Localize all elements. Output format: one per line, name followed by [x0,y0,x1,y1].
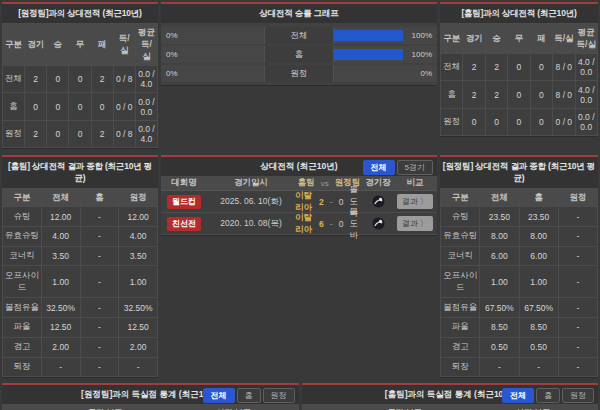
summary-away-table: 구분전체홈원정슈팅23.5023.50-유효슈팅8.008.00-코너킥6.00… [440,188,598,377]
filter-home-button[interactable]: 홈 [237,388,261,403]
stat-cell: 0 / 8 [113,66,135,93]
table-row: 퇴장--- [3,357,158,377]
row-label: 슈팅 [3,207,42,227]
stat-cell: 32.50% [119,298,158,318]
match-analysis-page: [원정팀]과의 상대전적 (최근10년) 구분경기승무패득/실평균 득/실전체2… [0,0,600,410]
stat-cell: 0 [530,81,552,108]
header-row: 구분득점 분포실점 분포 [302,405,598,410]
column-header: 전체 [41,189,80,207]
stat-cell: 6.00 [519,246,558,266]
column-header: 경기 [463,24,485,54]
stat-cell: 32.50% [41,298,80,318]
stat-cell: - [558,266,597,298]
table-row: 파울12.50-12.50 [3,318,158,338]
stat-cell: 2 [485,54,507,81]
table-row: 친선전2020. 10. 08(목)이탈리아6-0몰도바결과 〉 [161,213,437,235]
col-header-league: 대회명 [161,177,207,189]
table-row: 코너킥3.50-3.50 [3,246,158,266]
column-header: 무 [508,24,530,54]
row-label: 전체 [441,54,463,81]
stat-cell: 4.00 [41,226,80,246]
league-cell: 친선전 [161,217,207,231]
header-row: 구분전체홈원정 [441,189,598,207]
stat-cell: 2 [25,120,47,147]
filter-all-button[interactable]: 전체 [363,160,395,175]
filter-away-button[interactable]: 원정 [562,388,594,403]
venue-cell [363,195,393,208]
column-header: 평균 득/실 [135,24,157,66]
stat-cell: 0 [47,66,69,93]
stat-cell: 8.00 [480,226,519,246]
stat-cell: 2 [485,81,507,108]
result-button[interactable]: 결과 〉 [397,194,433,209]
table-row: 원정00000 / 00.0 / 0.0 [441,108,598,135]
column-header: 득/실 [113,24,135,66]
stat-cell: 0 [485,108,507,135]
stat-cell: 67.50% [480,298,519,318]
stat-cell: 3.50 [41,246,80,266]
column-header: 승 [47,24,69,66]
row-label: 유효슈팅 [3,226,42,246]
stat-cell: 1.00 [519,266,558,298]
table-row: 코너킥6.006.00- [441,246,598,266]
stat-cell: 67.50% [519,298,558,318]
summary-home-table: 구분전체홈원정슈팅12.00-12.00유효슈팅4.00-4.00코너킥3.50… [2,188,158,377]
home-winrate-percent: 0% [166,31,178,40]
winrate-graph: 0%전체100%0%홈100%0%원정0% [161,23,437,85]
stat-cell: - [558,298,597,318]
soccer-ball-icon [372,195,385,208]
winrate-row: 0%원정0% [161,65,437,82]
group-header: 득점 분포 [340,405,469,410]
stat-cell: 4.00 [119,226,158,246]
away-winrate-bar [334,30,403,41]
row-label: 홈 [3,93,25,120]
stat-cell: 2 [463,54,485,81]
filter-5games-button[interactable]: 5경기 [397,160,433,175]
header-row: 구분경기승무패득/실평균 득/실 [3,24,158,66]
home-score: 6 [319,219,324,229]
column-header: 구분 [441,24,463,54]
matches-rows: 월드컵2025. 06. 10(화)이탈리아2-0몰도바결과 〉친선전2020.… [161,191,437,235]
table-row: 경고0.500.50- [441,337,598,357]
table-row: 볼점유율32.50%-32.50% [3,298,158,318]
panel-winrate-graph: 상대전적 승률 그래프 0%전체100%0%홈100%0%원정0% [161,2,437,86]
winrate-row-label: 홈 [264,46,334,63]
goal-stats-titlebar: [홈팀]과의 득실점 통계 (최근10년) 전체 홈 원정 [302,385,599,404]
table-row: 홈00000 / 00.0 / 0.0 [3,93,158,120]
home-winrate-percent: 0% [166,50,178,59]
filter-all-button[interactable]: 전체 [502,388,534,403]
row-label: 볼점유율 [441,298,480,318]
col-header-venue: 경기장 [363,177,393,189]
panel-h2h-vs-home: [홈팀]과의 상대전적 (최근10년) 구분경기승무패득/실평균 득/실전체22… [440,2,598,137]
stat-cell: 8.00 [519,226,558,246]
filter-away-button[interactable]: 원정 [263,388,295,403]
row-label: 볼점유율 [3,298,42,318]
stat-cell: 2 [25,66,47,93]
goal-stats-home-table: 구분득점 분포실점 분포012345+012345+전반전-150.0%---1… [302,404,599,410]
home-winrate-track: 0% [161,27,264,44]
column-header: 득/실 [553,24,575,54]
stat-cell: - [558,337,597,357]
stat-cell: 4.0 / 0.0 [575,81,597,108]
table-row: 유효슈팅8.008.00- [441,226,598,246]
row-label: 경고 [3,337,42,357]
stat-cell: 0 / 0 [113,93,135,120]
stat-cell: - [80,357,119,377]
home-winrate-percent: 0% [166,69,178,78]
row-label: 퇴장 [3,357,42,377]
filter-all-button[interactable]: 전체 [203,388,235,403]
panel-title: 상대전적 승률 그래프 [161,4,437,23]
table-row: 전체20020 / 80.0 / 4.0 [3,66,158,93]
filter-home-button[interactable]: 홈 [536,388,560,403]
column-header: 평균 득/실 [575,24,597,54]
home-winrate-track: 0% [161,65,264,82]
away-winrate-bar [334,49,403,60]
panel-goal-stats-vs-home: [홈팀]과의 득실점 통계 (최근10년) 전체 홈 원정 구분득점 분포실점 … [302,383,599,410]
stat-cell: - [558,226,597,246]
panel-h2h-matches: 상대전적 (최근10년) 전체 5경기 대회명 경기일시 홈팀 vs 원정팀 경… [161,155,437,236]
result-button[interactable]: 결과 〉 [397,216,433,231]
panel-h2h-vs-away: [원정팀]과의 상대전적 (최근10년) 구분경기승무패득/실평균 득/실전체2… [2,2,158,149]
row-label: 슈팅 [441,207,480,227]
h2h-away-table: 구분경기승무패득/실평균 득/실전체20020 / 80.0 / 4.0홈000… [2,23,158,148]
matches-titlebar: 상대전적 (최근10년) 전체 5경기 [161,157,437,176]
